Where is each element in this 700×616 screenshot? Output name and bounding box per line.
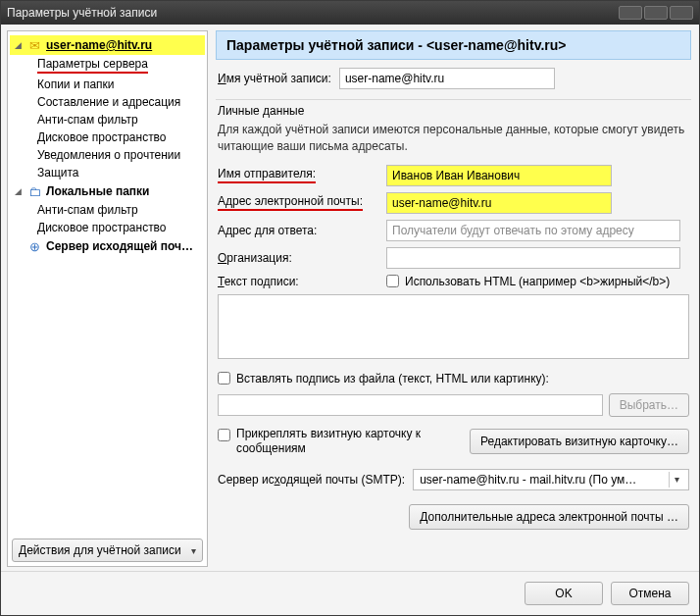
maximize-button[interactable] [644,6,668,20]
reply-input[interactable] [386,220,680,241]
tree-account-label: user-name@hitv.ru [46,38,152,52]
vcard-row: Прикреплять визитную карточку к сообщени… [218,427,689,457]
twisty-icon[interactable]: ◢ [14,187,23,196]
tree-account-root[interactable]: ◢ ✉ user-name@hitv.ru [10,35,205,55]
tree-item-antispam[interactable]: Анти-спам фильтр [10,111,205,128]
personal-section-desc: Для каждой учётной записи имеются персон… [218,122,691,155]
org-input[interactable] [386,247,680,269]
sidebar: ◢ ✉ user-name@hitv.ru Параметры сервера … [7,30,208,567]
account-name-row: Имя учётной записи: [218,68,691,89]
folder-icon: 🗀 [26,183,42,199]
twisty-icon[interactable]: ◢ [14,41,23,50]
tree-item-server-params[interactable]: Параметры сервера [10,55,205,76]
attach-file-row: Вставлять подпись из файла (текст, HTML … [218,372,689,385]
cancel-button[interactable]: Отмена [611,582,689,605]
personal-section-title: Личные данные [218,104,691,118]
panel-header: Параметры учётной записи - <user-name@hi… [216,30,691,60]
sig-label: Текст подписи: [218,275,375,288]
email-label: Адрес электронной почты: [218,194,375,211]
additional-addresses-button[interactable]: Дополнительные адреса электронной почты … [409,504,689,530]
dialog-footer: OK Отмена [1,571,699,615]
main-panel: Параметры учётной записи - <user-name@hi… [212,25,699,571]
window-controls [619,6,693,20]
sender-label: Имя отправителя: [218,167,375,183]
vcard-checkbox[interactable] [218,429,230,441]
account-settings-window: Параметры учётной записи ◢ ✉ user-name@h… [0,0,700,616]
smtp-row: Сервер исходящей почты (SMTP): user-name… [218,469,689,490]
tree-item-copies[interactable]: Копии и папки [10,76,205,93]
window-title: Параметры учётной записи [7,6,157,20]
personal-section: Личные данные Для каждой учётной записи … [216,99,691,530]
signature-textarea[interactable] [218,294,689,359]
tree-item-receipts[interactable]: Уведомления о прочтении [10,146,205,164]
tree-smtp[interactable]: ◢ ⊕ Сервер исходящей поч… [10,236,205,256]
body: ◢ ✉ user-name@hitv.ru Параметры сервера … [1,25,699,571]
additional-addresses-row: Дополнительные адреса электронной почты … [216,504,689,530]
file-picker-row: Выбрать… [218,393,689,417]
vcard-label: Прикреплять визитную карточку к сообщени… [236,427,432,457]
account-name-label: Имя учётной записи: [218,72,331,85]
attach-file-label: Вставлять подпись из файла (текст, HTML … [236,372,549,385]
account-name-input[interactable] [339,68,555,89]
tree-item-disk[interactable]: Дисковое пространство [10,128,205,146]
sig-html-checkbox[interactable] [386,275,399,287]
titlebar: Параметры учётной записи [1,1,699,25]
minimize-button[interactable] [619,6,642,20]
sender-input[interactable] [386,165,612,186]
tree-item-security[interactable]: Защита [10,164,205,181]
smtp-label: Сервер исходящей почты (SMTP): [218,473,405,487]
tree-local-folders[interactable]: ◢ 🗀 Локальные папки [10,181,205,201]
tree-item-local-antispam[interactable]: Анти-спам фильтр [10,201,205,219]
ok-button[interactable]: OK [525,582,603,605]
account-actions-button[interactable]: Действия для учётной записи [12,539,203,562]
account-tree: ◢ ✉ user-name@hitv.ru Параметры сервера … [8,31,207,535]
signature-area-wrap [218,294,689,362]
tree-item-compose[interactable]: Составление и адресация [10,93,205,111]
sig-html-row: Использовать HTML (например <b>жирный</b… [386,275,691,288]
attach-file-checkbox[interactable] [218,372,230,385]
browse-button[interactable]: Выбрать… [609,393,689,417]
smtp-select[interactable]: user-name@hitv.ru - mail.hitv.ru (По ум…… [413,469,689,490]
tree-item-local-disk[interactable]: Дисковое пространство [10,219,205,236]
edit-vcard-button[interactable]: Редактировать визитную карточку… [470,429,689,454]
org-label: Организация: [218,251,375,265]
globe-icon: ⊕ [26,238,42,254]
email-input[interactable] [386,192,612,214]
personal-form: Имя отправителя: Адрес электронной почты… [218,165,691,288]
smtp-selected-value: user-name@hitv.ru - mail.hitv.ru (По ум… [420,473,636,487]
chevron-down-icon: ▾ [669,472,684,488]
sig-html-label: Использовать HTML (например <b>жирный</b… [405,275,670,288]
close-button[interactable] [670,6,693,20]
reply-label: Адрес для ответа: [218,224,375,237]
mail-icon: ✉ [26,37,42,53]
signature-file-input[interactable] [218,394,603,416]
